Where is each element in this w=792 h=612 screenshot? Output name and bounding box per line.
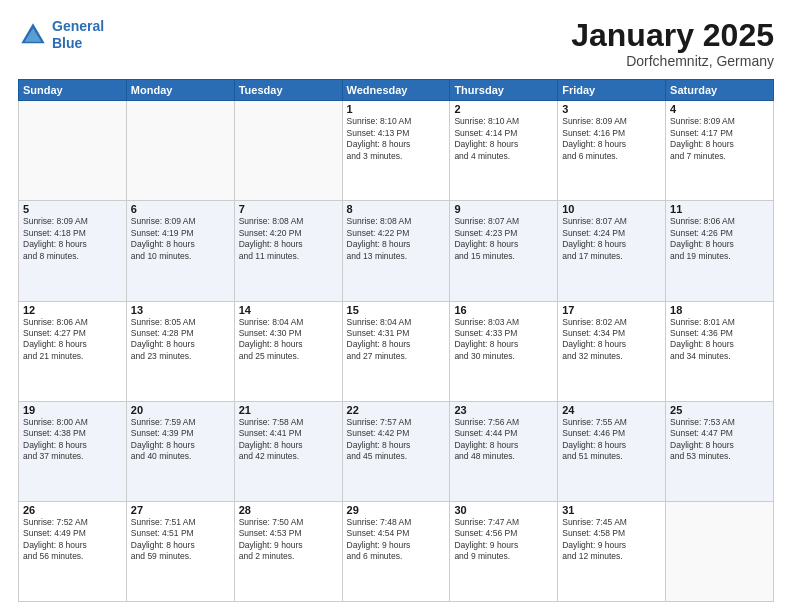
day-info: Sunrise: 8:09 AM Sunset: 4:17 PM Dayligh… (670, 116, 769, 162)
day-number: 9 (454, 203, 553, 215)
day-cell-25: 25Sunrise: 7:53 AM Sunset: 4:47 PM Dayli… (666, 401, 774, 501)
day-number: 4 (670, 103, 769, 115)
day-info: Sunrise: 7:55 AM Sunset: 4:46 PM Dayligh… (562, 417, 661, 463)
day-number: 26 (23, 504, 122, 516)
day-info: Sunrise: 7:50 AM Sunset: 4:53 PM Dayligh… (239, 517, 338, 563)
day-info: Sunrise: 8:03 AM Sunset: 4:33 PM Dayligh… (454, 317, 553, 363)
day-info: Sunrise: 8:07 AM Sunset: 4:23 PM Dayligh… (454, 216, 553, 262)
location-subtitle: Dorfchemnitz, Germany (571, 53, 774, 69)
day-number: 7 (239, 203, 338, 215)
day-info: Sunrise: 8:01 AM Sunset: 4:36 PM Dayligh… (670, 317, 769, 363)
day-number: 20 (131, 404, 230, 416)
day-cell-18: 18Sunrise: 8:01 AM Sunset: 4:36 PM Dayli… (666, 301, 774, 401)
day-info: Sunrise: 8:02 AM Sunset: 4:34 PM Dayligh… (562, 317, 661, 363)
day-cell-14: 14Sunrise: 8:04 AM Sunset: 4:30 PM Dayli… (234, 301, 342, 401)
day-info: Sunrise: 8:09 AM Sunset: 4:16 PM Dayligh… (562, 116, 661, 162)
day-number: 14 (239, 304, 338, 316)
day-info: Sunrise: 8:04 AM Sunset: 4:30 PM Dayligh… (239, 317, 338, 363)
day-number: 11 (670, 203, 769, 215)
day-number: 17 (562, 304, 661, 316)
day-number: 25 (670, 404, 769, 416)
day-cell-11: 11Sunrise: 8:06 AM Sunset: 4:26 PM Dayli… (666, 201, 774, 301)
week-row-5: 26Sunrise: 7:52 AM Sunset: 4:49 PM Dayli… (19, 501, 774, 601)
day-info: Sunrise: 7:47 AM Sunset: 4:56 PM Dayligh… (454, 517, 553, 563)
day-number: 19 (23, 404, 122, 416)
day-info: Sunrise: 8:00 AM Sunset: 4:38 PM Dayligh… (23, 417, 122, 463)
empty-cell (126, 101, 234, 201)
day-cell-1: 1Sunrise: 8:10 AM Sunset: 4:13 PM Daylig… (342, 101, 450, 201)
day-cell-6: 6Sunrise: 8:09 AM Sunset: 4:19 PM Daylig… (126, 201, 234, 301)
day-info: Sunrise: 7:56 AM Sunset: 4:44 PM Dayligh… (454, 417, 553, 463)
day-cell-2: 2Sunrise: 8:10 AM Sunset: 4:14 PM Daylig… (450, 101, 558, 201)
logo: General Blue (18, 18, 104, 52)
day-cell-7: 7Sunrise: 8:08 AM Sunset: 4:20 PM Daylig… (234, 201, 342, 301)
day-info: Sunrise: 8:07 AM Sunset: 4:24 PM Dayligh… (562, 216, 661, 262)
day-number: 31 (562, 504, 661, 516)
day-cell-3: 3Sunrise: 8:09 AM Sunset: 4:16 PM Daylig… (558, 101, 666, 201)
page: General Blue January 2025 Dorfchemnitz, … (0, 0, 792, 612)
day-info: Sunrise: 8:04 AM Sunset: 4:31 PM Dayligh… (347, 317, 446, 363)
day-info: Sunrise: 8:05 AM Sunset: 4:28 PM Dayligh… (131, 317, 230, 363)
calendar: SundayMondayTuesdayWednesdayThursdayFrid… (18, 79, 774, 602)
day-cell-26: 26Sunrise: 7:52 AM Sunset: 4:49 PM Dayli… (19, 501, 127, 601)
weekday-header-row: SundayMondayTuesdayWednesdayThursdayFrid… (19, 80, 774, 101)
weekday-header-thursday: Thursday (450, 80, 558, 101)
day-cell-23: 23Sunrise: 7:56 AM Sunset: 4:44 PM Dayli… (450, 401, 558, 501)
day-number: 1 (347, 103, 446, 115)
week-row-2: 5Sunrise: 8:09 AM Sunset: 4:18 PM Daylig… (19, 201, 774, 301)
day-info: Sunrise: 7:45 AM Sunset: 4:58 PM Dayligh… (562, 517, 661, 563)
day-info: Sunrise: 8:10 AM Sunset: 4:13 PM Dayligh… (347, 116, 446, 162)
day-info: Sunrise: 8:06 AM Sunset: 4:27 PM Dayligh… (23, 317, 122, 363)
day-number: 23 (454, 404, 553, 416)
day-info: Sunrise: 8:08 AM Sunset: 4:22 PM Dayligh… (347, 216, 446, 262)
day-cell-15: 15Sunrise: 8:04 AM Sunset: 4:31 PM Dayli… (342, 301, 450, 401)
logo-icon (18, 20, 48, 50)
day-number: 21 (239, 404, 338, 416)
day-cell-28: 28Sunrise: 7:50 AM Sunset: 4:53 PM Dayli… (234, 501, 342, 601)
day-info: Sunrise: 7:53 AM Sunset: 4:47 PM Dayligh… (670, 417, 769, 463)
week-row-4: 19Sunrise: 8:00 AM Sunset: 4:38 PM Dayli… (19, 401, 774, 501)
day-cell-19: 19Sunrise: 8:00 AM Sunset: 4:38 PM Dayli… (19, 401, 127, 501)
header: General Blue January 2025 Dorfchemnitz, … (18, 18, 774, 69)
day-cell-12: 12Sunrise: 8:06 AM Sunset: 4:27 PM Dayli… (19, 301, 127, 401)
empty-cell (666, 501, 774, 601)
day-cell-17: 17Sunrise: 8:02 AM Sunset: 4:34 PM Dayli… (558, 301, 666, 401)
day-number: 30 (454, 504, 553, 516)
week-row-1: 1Sunrise: 8:10 AM Sunset: 4:13 PM Daylig… (19, 101, 774, 201)
day-info: Sunrise: 8:10 AM Sunset: 4:14 PM Dayligh… (454, 116, 553, 162)
day-cell-20: 20Sunrise: 7:59 AM Sunset: 4:39 PM Dayli… (126, 401, 234, 501)
day-number: 16 (454, 304, 553, 316)
day-cell-16: 16Sunrise: 8:03 AM Sunset: 4:33 PM Dayli… (450, 301, 558, 401)
day-cell-4: 4Sunrise: 8:09 AM Sunset: 4:17 PM Daylig… (666, 101, 774, 201)
day-cell-9: 9Sunrise: 8:07 AM Sunset: 4:23 PM Daylig… (450, 201, 558, 301)
day-info: Sunrise: 7:59 AM Sunset: 4:39 PM Dayligh… (131, 417, 230, 463)
day-cell-30: 30Sunrise: 7:47 AM Sunset: 4:56 PM Dayli… (450, 501, 558, 601)
day-info: Sunrise: 7:51 AM Sunset: 4:51 PM Dayligh… (131, 517, 230, 563)
day-number: 22 (347, 404, 446, 416)
day-number: 18 (670, 304, 769, 316)
day-cell-5: 5Sunrise: 8:09 AM Sunset: 4:18 PM Daylig… (19, 201, 127, 301)
day-number: 29 (347, 504, 446, 516)
week-row-3: 12Sunrise: 8:06 AM Sunset: 4:27 PM Dayli… (19, 301, 774, 401)
day-number: 28 (239, 504, 338, 516)
weekday-header-tuesday: Tuesday (234, 80, 342, 101)
day-cell-10: 10Sunrise: 8:07 AM Sunset: 4:24 PM Dayli… (558, 201, 666, 301)
weekday-header-monday: Monday (126, 80, 234, 101)
title-block: January 2025 Dorfchemnitz, Germany (571, 18, 774, 69)
empty-cell (19, 101, 127, 201)
day-info: Sunrise: 8:06 AM Sunset: 4:26 PM Dayligh… (670, 216, 769, 262)
logo-general: General (52, 18, 104, 34)
day-cell-22: 22Sunrise: 7:57 AM Sunset: 4:42 PM Dayli… (342, 401, 450, 501)
day-cell-13: 13Sunrise: 8:05 AM Sunset: 4:28 PM Dayli… (126, 301, 234, 401)
logo-text: General Blue (52, 18, 104, 52)
weekday-header-friday: Friday (558, 80, 666, 101)
day-info: Sunrise: 7:58 AM Sunset: 4:41 PM Dayligh… (239, 417, 338, 463)
day-cell-21: 21Sunrise: 7:58 AM Sunset: 4:41 PM Dayli… (234, 401, 342, 501)
day-cell-24: 24Sunrise: 7:55 AM Sunset: 4:46 PM Dayli… (558, 401, 666, 501)
day-number: 24 (562, 404, 661, 416)
weekday-header-saturday: Saturday (666, 80, 774, 101)
month-title: January 2025 (571, 18, 774, 53)
weekday-header-sunday: Sunday (19, 80, 127, 101)
day-info: Sunrise: 8:08 AM Sunset: 4:20 PM Dayligh… (239, 216, 338, 262)
day-info: Sunrise: 7:52 AM Sunset: 4:49 PM Dayligh… (23, 517, 122, 563)
